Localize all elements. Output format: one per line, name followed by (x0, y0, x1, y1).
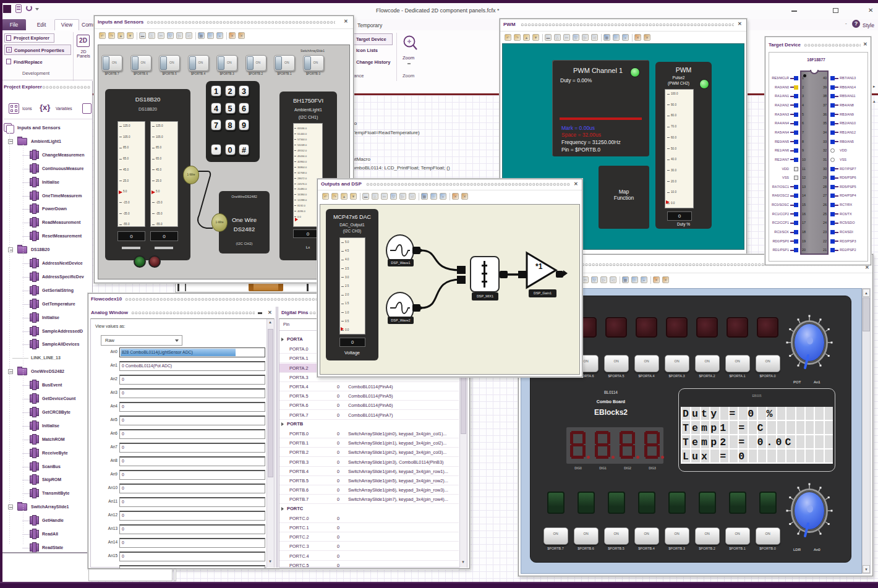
svg-text:*1: *1 (535, 262, 543, 271)
